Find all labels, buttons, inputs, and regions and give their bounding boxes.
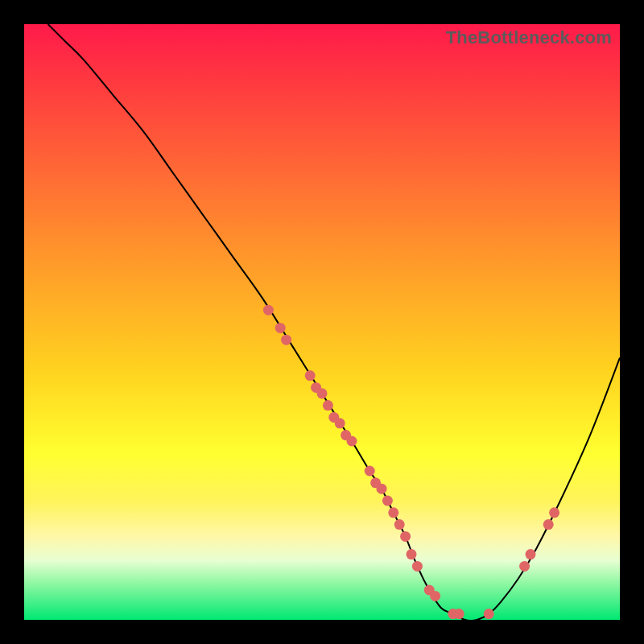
chart-area: TheBottleneck.com <box>24 24 620 620</box>
highlight-dot <box>263 305 274 316</box>
bottleneck-curve <box>48 24 620 620</box>
highlight-dot <box>526 549 536 559</box>
highlight-dot <box>382 496 393 506</box>
highlight-dot <box>323 400 333 411</box>
highlight-dot <box>335 418 345 428</box>
highlight-dot <box>407 549 417 559</box>
highlight-dot <box>454 609 464 619</box>
highlight-dot <box>275 323 286 333</box>
highlight-dot <box>317 388 328 398</box>
highlight-dot <box>377 484 387 494</box>
chart-svg <box>24 24 620 620</box>
highlight-dots <box>263 305 559 619</box>
highlight-dot <box>484 609 494 619</box>
highlight-dot <box>365 466 375 477</box>
highlight-dot <box>281 335 291 345</box>
highlight-dot <box>400 531 411 542</box>
highlight-dot <box>543 519 554 530</box>
highlight-dot <box>388 507 398 518</box>
highlight-dot <box>519 561 530 572</box>
highlight-dot <box>549 507 559 518</box>
highlight-dot <box>394 519 405 530</box>
highlight-dot <box>347 436 357 447</box>
highlight-dot <box>305 370 316 381</box>
highlight-dot <box>412 561 423 572</box>
highlight-dot <box>430 591 440 601</box>
